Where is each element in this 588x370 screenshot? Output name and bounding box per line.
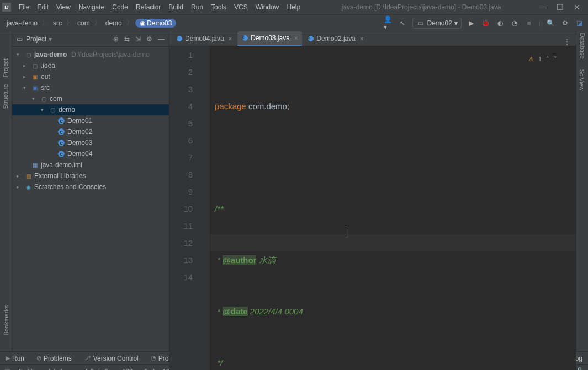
coverage-button[interactable]: ◐ (496, 19, 505, 28)
close-tab-icon[interactable]: × (360, 35, 363, 42)
menu-navigate[interactable]: Navigate (75, 2, 108, 12)
toolwin-problems[interactable]: ⊘Problems (36, 355, 72, 362)
tab-demo03[interactable]: cDemo03.java× (237, 31, 302, 46)
project-panel-icon: ▭ (17, 35, 23, 43)
menu-help[interactable]: Help (283, 2, 304, 12)
settings-icon[interactable]: ⚙ (146, 35, 152, 43)
project-panel-title[interactable]: Project ▾ (26, 35, 52, 43)
breadcrumb: java-demo〉 src〉 com〉 demo〉 ◉ Demo03 (4, 18, 176, 28)
crumb-project[interactable]: java-demo (4, 19, 40, 28)
gear-icon[interactable]: ⚙ (560, 19, 569, 28)
crumb-class[interactable]: ◉ Demo03 (135, 19, 177, 28)
tab-demo02[interactable]: cDemo02.java× (303, 31, 368, 46)
tree-file-demo03[interactable]: cDemo03 (12, 137, 169, 148)
tool-project[interactable]: Project (3, 58, 9, 77)
problems-icon: ⊘ (36, 355, 41, 362)
search-icon[interactable]: 🔍 (546, 19, 555, 28)
tree-scratches[interactable]: ▸◉Scratches and Consoles (12, 181, 169, 192)
crumb-src[interactable]: src (51, 19, 64, 28)
play-icon: ▶ (6, 355, 10, 362)
tool-structure[interactable]: Structure (3, 84, 9, 109)
expand-icon[interactable]: ⇆ (124, 35, 130, 43)
lock-icon[interactable]: 🔓 (576, 367, 584, 370)
run-config-label: Demo02 (427, 19, 452, 27)
warning-count: 1 (538, 51, 542, 68)
run-config-selector[interactable]: ▭ Demo02 ▾ (412, 18, 462, 29)
profile-button[interactable]: ◔ (510, 19, 519, 28)
user-icon[interactable]: 👤▾ (384, 19, 393, 28)
tool-database[interactable]: Database (579, 33, 586, 58)
menu-run[interactable]: Run (188, 2, 206, 12)
menu-refactor[interactable]: Refactor (133, 2, 164, 12)
menu-tools[interactable]: Tools (208, 2, 230, 12)
menu-view[interactable]: View (53, 2, 74, 12)
menu-vcs[interactable]: VCS (231, 2, 251, 12)
tree-iml[interactable]: ▦java-demo.iml (12, 159, 169, 170)
profiler-icon: ◔ (151, 355, 156, 362)
window-title: java-demo [D:\IdeaProjects\java-demo] - … (304, 3, 539, 11)
learn-icon[interactable]: ◪ (575, 19, 584, 28)
warning-icon: ⚠ (528, 51, 534, 68)
status-panel-icon[interactable]: ▣ (4, 367, 10, 370)
debug-button[interactable]: 🐞 (481, 19, 490, 28)
crumb-com[interactable]: com (75, 19, 92, 28)
project-tree: ▾▢java-demoD:\IdeaProjects\java-demo ▸▢.… (12, 47, 169, 195)
minimize-icon[interactable]: — (539, 3, 547, 12)
inspection-down-icon[interactable]: ˅ (554, 51, 557, 68)
locate-icon[interactable]: ⊕ (113, 35, 119, 43)
close-tab-icon[interactable]: × (294, 35, 298, 41)
close-tab-icon[interactable]: × (229, 35, 232, 42)
editor-tabs: cDemo04.java× cDemo03.java× cDemo02.java… (169, 31, 576, 46)
tree-src[interactable]: ▾▣src (12, 82, 169, 93)
collapse-icon[interactable]: ⇲ (135, 35, 141, 43)
menu-build[interactable]: Build (165, 2, 187, 12)
tree-root[interactable]: ▾▢java-demoD:\IdeaProjects\java-demo (12, 49, 169, 60)
tree-file-demo01[interactable]: cDemo01 (12, 115, 169, 126)
code-editor[interactable]: package com.demo; /** * @author 水滴 * @da… (210, 46, 576, 370)
menu-window[interactable]: Window (252, 2, 283, 12)
menu-code[interactable]: Code (109, 2, 131, 12)
inspection-widget[interactable]: ⚠ 1 ˄ ˅ (528, 51, 557, 68)
dropdown-icon: ▾ (454, 19, 458, 27)
close-icon[interactable]: ✕ (574, 3, 580, 12)
inspection-up-icon[interactable]: ˄ (546, 51, 549, 68)
tree-external[interactable]: ▸▥External Libraries (12, 170, 169, 181)
app-icon: IJ (2, 3, 11, 12)
line-gutter[interactable]: 1234567891011121314 (169, 46, 203, 370)
tab-overflow-icon[interactable]: ⋮ (564, 38, 570, 46)
tree-demo[interactable]: ▾▢demo (12, 104, 169, 115)
tree-file-demo04[interactable]: cDemo04 (12, 148, 169, 159)
toolwin-run[interactable]: ▶Run (6, 355, 24, 362)
tree-idea[interactable]: ▸▢.idea (12, 60, 169, 71)
menu-edit[interactable]: Edit (34, 2, 52, 12)
tool-bookmarks[interactable]: Bookmarks (3, 305, 9, 335)
stop-button[interactable]: ■ (525, 19, 533, 28)
tree-file-demo02[interactable]: cDemo02 (12, 126, 169, 137)
hide-icon[interactable]: — (158, 35, 165, 43)
tree-out[interactable]: ▸▣out (12, 71, 169, 82)
run-config-icon: ▭ (416, 19, 425, 28)
tool-sciview[interactable]: SciView (579, 69, 586, 91)
branch-icon: ⎇ (84, 355, 91, 362)
menu-file[interactable]: File (15, 2, 33, 12)
text-cursor-icon (346, 226, 346, 235)
crumb-demo[interactable]: demo (103, 19, 124, 28)
maximize-icon[interactable]: ☐ (557, 3, 564, 12)
main-menu-bar: File Edit View Navigate Code Refactor Bu… (15, 2, 304, 12)
back-icon[interactable]: ↖ (398, 19, 407, 28)
fold-strip[interactable] (203, 46, 210, 370)
tree-com[interactable]: ▾▢com (12, 93, 169, 104)
status-message: Build completed successfully in 2 sec, 1… (19, 368, 180, 371)
toolwin-vcs[interactable]: ⎇Version Control (84, 355, 139, 362)
tab-demo04[interactable]: cDemo04.java× (172, 31, 236, 46)
run-button[interactable]: ▶ (467, 19, 476, 28)
